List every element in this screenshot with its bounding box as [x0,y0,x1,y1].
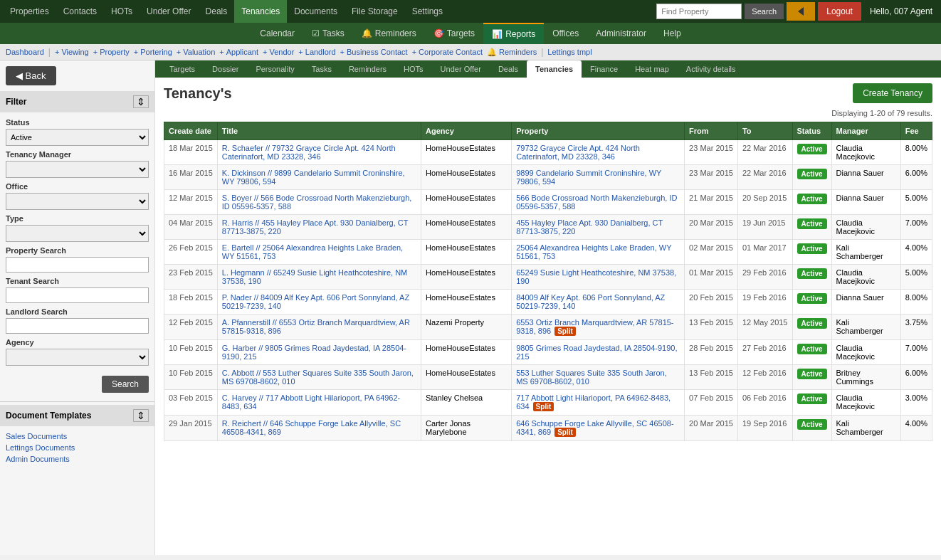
tab-targets[interactable]: Targets [161,60,204,78]
property-link[interactable]: 84009 Alf Key Apt. 606 Port Sonnyland, A… [516,293,665,310]
ql-valuation[interactable]: + Valuation [177,48,216,56]
title-link[interactable]: R. Reichert // 646 Schuppe Forge Lake Al… [222,419,401,436]
title-link[interactable]: L. Hegmann // 65249 Susie Light Heathcot… [222,268,407,285]
admin-documents-link[interactable]: Admin Documents [6,453,149,465]
ql-vendor[interactable]: + Vendor [263,48,294,56]
title-link[interactable]: C. Abbott // 553 Luther Squares Suite 33… [222,369,414,386]
cell-to: 22 Mar 2016 [737,165,792,190]
nav-offices[interactable]: Offices [544,23,587,44]
title-link[interactable]: S. Boyer // 566 Bode Crossroad North Mak… [222,194,412,211]
ql-dashboard[interactable]: Dashboard [6,48,44,56]
back-icon-button[interactable] [787,2,815,21]
property-link[interactable]: 9805 Grimes Road Jaydestad, IA 28504-919… [516,344,677,361]
tab-finance[interactable]: Finance [582,60,626,78]
cell-to: 12 May 2015 [737,315,792,340]
agency-select[interactable] [6,349,149,366]
table-row: 04 Mar 2015 R. Harris // 455 Hayley Plac… [164,215,932,240]
nav-contacts[interactable]: Contacts [56,0,104,23]
find-property-search-button[interactable]: Search [745,4,784,19]
title-link[interactable]: R. Harris // 455 Hayley Place Apt. 930 D… [222,218,408,236]
tab-under-offer[interactable]: Under Offer [432,60,490,78]
sales-documents-link[interactable]: Sales Documents [6,430,149,442]
nav-under-offer[interactable]: Under Offer [140,0,198,23]
nav-hots[interactable]: HOTs [104,0,140,23]
tab-tenancies[interactable]: Tenancies [527,60,582,78]
tab-dossier[interactable]: Dossier [204,60,247,78]
search-button[interactable]: Search [102,376,149,393]
title-link[interactable]: R. Schaefer // 79732 Grayce Circle Apt. … [222,144,396,161]
cell-title: S. Boyer // 566 Bode Crossroad North Mak… [217,190,421,215]
property-link[interactable]: 79732 Grayce Circle Apt. 424 North Cater… [516,144,640,161]
ql-business-contact[interactable]: + Business Contact [340,48,408,56]
tab-hots[interactable]: HOTs [395,60,432,78]
nav-reminders[interactable]: 🔔 Reminders [353,23,425,44]
title-link[interactable]: E. Bartell // 25064 Alexandrea Heights L… [222,243,403,260]
ql-landlord[interactable]: + Landlord [298,48,335,56]
office-select[interactable] [6,193,149,210]
title-link[interactable]: G. Harber // 9805 Grimes Road Jaydestad,… [222,344,406,361]
ql-corporate-contact[interactable]: + Corporate Contact [412,48,483,56]
tenancy-manager-select[interactable] [6,161,149,178]
ql-lettings-tmpl[interactable]: Lettings tmpl [547,48,592,56]
property-link[interactable]: 455 Hayley Place Apt. 930 Danialberg, CT… [516,218,663,236]
cell-agency: HomeHouseEstates [421,240,512,265]
property-link[interactable]: 566 Bode Crossroad North Makenzieburgh, … [516,194,677,211]
cell-manager: Dianna Sauer [831,165,900,190]
ql-portering[interactable]: + Portering [134,48,172,56]
col-status: Status [792,122,831,140]
tab-tasks[interactable]: Tasks [303,60,340,78]
back-button[interactable]: ◀ Back [6,66,56,85]
cell-manager: Dianna Sauer [831,290,900,315]
nav-deals[interactable]: Deals [199,0,235,23]
ql-reminders[interactable]: 🔔 Reminders [487,48,537,57]
find-property-input[interactable] [656,4,742,19]
lettings-documents-link[interactable]: Lettings Documents [6,442,149,453]
landlord-search-input[interactable] [6,318,149,334]
logout-button[interactable]: Logout [818,2,861,21]
ql-viewing[interactable]: + Viewing [55,48,89,56]
cell-create-date: 23 Feb 2015 [164,265,218,290]
tab-activity-details[interactable]: Activity details [678,60,745,78]
title-link[interactable]: P. Nader // 84009 Alf Key Apt. 606 Port … [222,293,409,310]
nav-properties[interactable]: Properties [3,0,56,23]
cell-from: 20 Feb 2015 [685,290,738,315]
nav-help[interactable]: Help [655,23,690,44]
title-link[interactable]: A. Pfannerstill // 6553 Ortiz Branch Mar… [222,318,410,335]
cell-status: Active [792,140,831,165]
property-link[interactable]: 646 Schuppe Forge Lake Allyville, SC 465… [516,419,673,436]
col-property: Property [512,122,685,140]
nav-reports[interactable]: 📊 Reports [483,23,544,44]
title-link[interactable]: K. Dickinson // 9899 Candelario Summit C… [222,169,405,186]
filter-toggle-button[interactable]: ⇕ [133,95,149,108]
nav-administrator[interactable]: Administrator [587,23,655,44]
property-link[interactable]: 553 Luther Squares Suite 335 South Jaron… [516,369,667,386]
title-link[interactable]: C. Harvey // 717 Abbott Light Hilariopor… [222,393,401,411]
cell-title: K. Dickinson // 9899 Candelario Summit C… [217,165,421,190]
property-link[interactable]: 25064 Alexandrea Heights Lake Braden, WY… [516,243,671,260]
type-select[interactable] [6,225,149,242]
nav-file-storage[interactable]: File Storage [345,0,405,23]
nav-settings[interactable]: Settings [405,0,450,23]
nav-calendar[interactable]: Calendar [251,23,303,44]
tab-personality[interactable]: Personality [247,60,303,78]
cell-manager: Claudia Macejkovic [831,340,900,365]
status-select[interactable]: Active Inactive All [6,129,149,146]
split-badge: Split [554,428,576,437]
property-link[interactable]: 6553 Ortiz Branch Marquardtview, AR 5781… [516,318,673,335]
property-link[interactable]: 9899 Candelario Summit Croninshire, WY 7… [516,169,661,186]
ql-applicant[interactable]: + Applicant [219,48,258,56]
nav-targets[interactable]: 🎯 Targets [425,23,483,44]
tab-deals[interactable]: Deals [490,60,527,78]
tab-heat-map[interactable]: Heat map [626,60,678,78]
nav-documents[interactable]: Documents [287,0,345,23]
create-tenancy-button[interactable]: Create Tenancy [853,83,932,103]
doc-templates-toggle[interactable]: ⇕ [133,409,149,422]
tab-reminders[interactable]: Reminders [340,60,395,78]
tenant-search-input[interactable] [6,287,149,303]
ql-property[interactable]: + Property [93,48,130,56]
table-row: 10 Feb 2015 G. Harber // 9805 Grimes Roa… [164,340,932,365]
property-link[interactable]: 65249 Susie Light Heathcoteshire, NM 375… [516,268,676,285]
property-search-input[interactable] [6,257,149,273]
nav-tenancies[interactable]: Tenancies [234,0,287,23]
nav-tasks[interactable]: ☑ Tasks [303,23,353,44]
